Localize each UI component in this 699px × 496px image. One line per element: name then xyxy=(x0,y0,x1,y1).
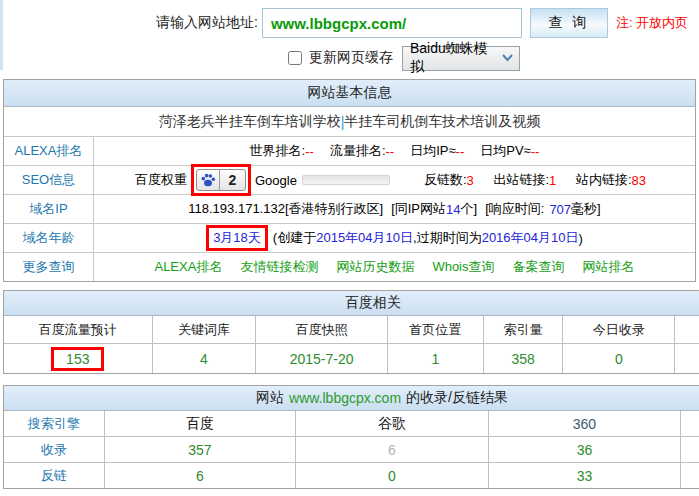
left-edge-strip xyxy=(0,0,3,70)
seo-query-page: 请输入网站地址: 查 询 注: 开放内页 更新网页缓存 Baidu蜘蛛模拟 网站… xyxy=(0,0,699,496)
outlink-count: 出站链接:1 xyxy=(493,171,556,189)
engine-cut-cell xyxy=(680,411,699,436)
spider-select-value: Baidu蜘蛛模拟 xyxy=(410,40,501,76)
daily-ip: 日均IP≈-- xyxy=(410,142,464,160)
domain-age-detail: (创建于2015年04月10日,过期时间为2016年04月10日) xyxy=(273,229,583,247)
baidu-weight-label: 百度权重 xyxy=(135,171,187,189)
spider-select[interactable]: Baidu蜘蛛模拟 xyxy=(402,46,520,71)
response-time: [响应时间:707毫秒] xyxy=(485,200,601,218)
more-query-row-label: 更多查询 xyxy=(4,253,94,281)
chevron-down-icon xyxy=(501,50,514,66)
refresh-cache-checkbox[interactable] xyxy=(288,51,302,65)
collect-cut-cell xyxy=(680,437,699,462)
backlink-google-value: 0 xyxy=(295,463,487,488)
traffic-rank: 流量排名:-- xyxy=(330,142,394,160)
basic-info-header: 网站基本信息 xyxy=(4,80,695,107)
engine-360: 360 xyxy=(488,411,680,436)
domain-age-row: 域名年龄 3月18天 (创建于2015年04月10日,过期时间为2016年04月… xyxy=(4,223,695,252)
alexa-row: ALEXA排名 世界排名:-- 流量排名:-- 日均IP≈-- 日均PV≈-- xyxy=(4,136,695,165)
daily-pv: 日均PV≈-- xyxy=(480,142,539,160)
baidu-related-values: 153 4 2015-7-20 1 358 0 xyxy=(4,343,699,373)
link-site-rank[interactable]: 网站排名 xyxy=(583,258,635,276)
domain-ip-row-label: 域名IP xyxy=(4,195,94,223)
backlink-row: 反链 6 0 33 xyxy=(4,462,699,488)
seo-row-label: SEO信息 xyxy=(4,166,94,194)
homepage-position-value: 1 xyxy=(387,344,483,373)
baidu-paw-icon xyxy=(197,170,220,190)
engine-row: 搜索引擎 百度 谷歌 360 xyxy=(4,411,699,436)
backlink-360-value: 33 xyxy=(488,463,680,488)
col-homepage-position: 首页位置 xyxy=(387,316,483,343)
collect-360-value: 36 xyxy=(488,437,680,462)
collect-backlink-table: 网站 www.lbbgcpx.com 的收录/反链结果 搜索引擎 百度 谷歌 3… xyxy=(3,385,699,489)
collect-baidu-value: 357 xyxy=(104,437,296,462)
note-text: 注: 开放内页 xyxy=(616,14,688,32)
col-baidu-traffic: 百度流量预计 xyxy=(4,316,152,343)
col-index-volume: 索引量 xyxy=(483,316,563,343)
site-title: 菏泽老兵半挂车倒车培训学校|半挂车司机倒车技术培训及视频 xyxy=(4,107,695,136)
cache-label: 更新网页缓存 xyxy=(309,49,393,67)
today-collect-value: 0 xyxy=(562,344,674,373)
collect-table-header: 网站 www.lbbgcpx.com 的收录/反链结果 xyxy=(4,386,699,411)
world-rank: 世界排名:-- xyxy=(250,142,314,160)
baidu-related-table: 百度相关 百度流量预计 关键词库 百度快照 首页位置 索引量 今日收录 收 15… xyxy=(3,290,699,374)
baidu-weight-annotation-box: 2 xyxy=(191,164,251,196)
cache-row: 更新网页缓存 Baidu蜘蛛模拟 xyxy=(288,45,699,71)
backlink-count: 反链数:3 xyxy=(424,171,474,189)
domain-age-value: 3月18天 xyxy=(213,230,261,245)
same-ip-sites: [同IP网站14个] xyxy=(391,200,477,218)
google-pr-bar xyxy=(302,175,390,185)
engine-row-label: 搜索引擎 xyxy=(4,411,104,436)
query-form-row: 请输入网站地址: 查 询 注: 开放内页 xyxy=(156,8,699,38)
backlink-baidu-value: 6 xyxy=(104,463,296,488)
url-input[interactable] xyxy=(262,8,522,38)
more-query-row: 更多查询 ALEXA排名 友情链接检测 网站历史数据 Whois查询 备案查询 … xyxy=(4,252,695,281)
baidu-weight-value: 2 xyxy=(220,170,245,190)
link-site-history[interactable]: 网站历史数据 xyxy=(336,258,414,276)
link-whois-query[interactable]: Whois查询 xyxy=(432,258,494,276)
basic-info-table: 网站基本信息 菏泽老兵半挂车倒车培训学校|半挂车司机倒车技术培训及视频 ALEX… xyxy=(3,79,696,282)
domain-age-row-label: 域名年龄 xyxy=(4,224,94,252)
col-today-collect: 今日收录 xyxy=(562,316,674,343)
baidu-related-header: 百度相关 xyxy=(4,291,699,316)
google-pr-label: Google xyxy=(255,173,297,188)
link-friend-link-check[interactable]: 友情链接检测 xyxy=(240,258,318,276)
collect-row: 收录 357 6 36 xyxy=(4,436,699,462)
innerlink-count: 站内链接:83 xyxy=(576,171,646,189)
site-title-row: 菏泽老兵半挂车倒车培训学校|半挂车司机倒车技术培训及视频 xyxy=(4,107,695,136)
keyword-count-value: 4 xyxy=(152,344,256,373)
seo-row: SEO信息 百度权重 2 Google xyxy=(4,165,695,194)
seo-stats: 反链数:3 出站链接:1 站内链接:83 xyxy=(416,171,654,189)
col-keyword-count: 关键词库 xyxy=(152,316,256,343)
link-icp-query[interactable]: 备案查询 xyxy=(513,258,565,276)
baidu-traffic-cell: 153 xyxy=(4,344,152,373)
cut-off-value xyxy=(674,344,699,373)
link-alexa-rank[interactable]: ALEXA排名 xyxy=(154,258,222,276)
engine-google: 谷歌 xyxy=(295,411,487,436)
backlink-row-label: 反链 xyxy=(4,463,104,488)
baidu-related-column-headers: 百度流量预计 关键词库 百度快照 首页位置 索引量 今日收录 收 xyxy=(4,316,699,343)
alexa-row-label: ALEXA排名 xyxy=(4,137,94,165)
url-label: 请输入网站地址: xyxy=(156,14,258,32)
header-domain: www.lbbgcpx.com xyxy=(289,390,401,406)
query-button[interactable]: 查 询 xyxy=(530,8,608,38)
index-volume-value: 358 xyxy=(483,344,563,373)
baidu-traffic-value: 153 xyxy=(66,351,89,367)
domain-ip-row: 域名IP 118.193.171.132[香港特别行政区] [同IP网站14个]… xyxy=(4,194,695,223)
col-baidu-snapshot: 百度快照 xyxy=(255,316,387,343)
ip-address: 118.193.171.132[香港特别行政区] xyxy=(188,200,383,218)
engine-baidu: 百度 xyxy=(104,411,296,436)
domain-age-annotation-box: 3月18天 xyxy=(206,225,268,251)
baidu-traffic-annotation-box: 153 xyxy=(51,347,104,371)
baidu-snapshot-value: 2015-7-20 xyxy=(255,344,387,373)
baidu-weight-badge[interactable]: 2 xyxy=(196,169,246,191)
backlink-cut-cell xyxy=(680,463,699,488)
collect-google-value: 6 xyxy=(295,437,487,462)
col-cut-off: 收 xyxy=(674,316,699,343)
collect-row-label: 收录 xyxy=(4,437,104,462)
